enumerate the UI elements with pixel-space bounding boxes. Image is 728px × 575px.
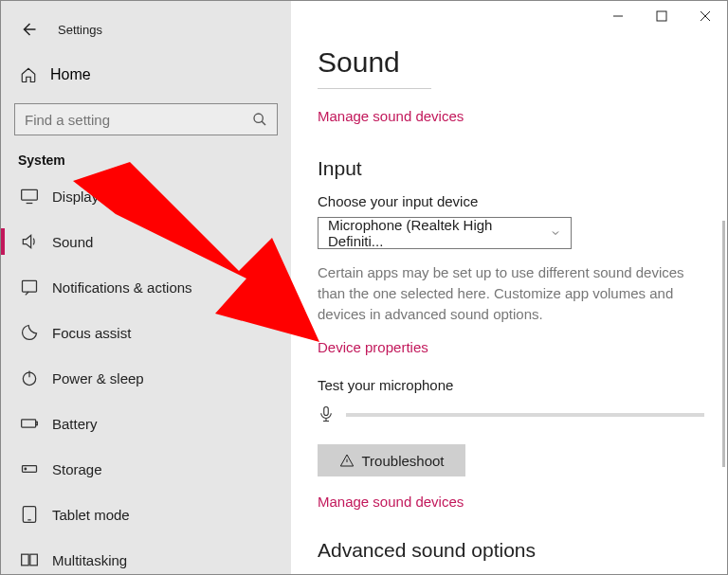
nav-list: Display Sound Notifications & actions Fo… [1, 173, 291, 575]
back-row: Settings [1, 12, 291, 46]
search-box[interactable] [14, 103, 278, 135]
svg-rect-4 [22, 420, 36, 427]
settings-window: Settings Home System Display Sound [0, 0, 728, 575]
advanced-section-heading: Advanced sound options [318, 539, 704, 562]
svg-point-7 [25, 468, 27, 470]
minimize-button[interactable] [596, 1, 640, 31]
nav-label: Multitasking [52, 552, 127, 568]
svg-rect-2 [23, 280, 37, 292]
svg-rect-9 [22, 554, 29, 566]
display-icon [20, 187, 39, 206]
storage-icon [20, 459, 39, 478]
sidebar-item-multitasking[interactable]: Multitasking [1, 537, 291, 575]
mic-level-row [318, 403, 704, 427]
input-hint-text: Certain apps may be set up to use differ… [318, 262, 704, 324]
sidebar-item-home[interactable]: Home [1, 58, 291, 92]
nav-label: Power & sleep [52, 370, 144, 386]
nav-label: Focus assist [52, 325, 131, 341]
device-properties-link[interactable]: Device properties [318, 339, 428, 355]
back-icon[interactable] [20, 21, 37, 38]
tablet-icon [20, 505, 39, 524]
window-controls [596, 1, 727, 31]
sidebar-item-focus-assist[interactable]: Focus assist [1, 310, 291, 355]
nav-label: Notifications & actions [52, 279, 192, 296]
svg-point-0 [254, 114, 263, 122]
home-label: Home [50, 66, 91, 83]
content-pane: Sound Manage sound devices Input Choose … [291, 1, 727, 574]
nav-label: Sound [52, 234, 93, 250]
page-title: Sound [318, 46, 704, 79]
input-device-dropdown[interactable]: Microphone (Realtek High Definiti... [318, 217, 572, 249]
warning-icon [339, 453, 355, 468]
input-section-heading: Input [318, 157, 704, 180]
home-icon [20, 66, 37, 83]
svg-rect-13 [324, 407, 329, 416]
manage-sound-devices-link[interactable]: Manage sound devices [318, 108, 464, 124]
nav-label: Display [52, 189, 99, 205]
choose-input-label: Choose your input device [318, 193, 704, 209]
battery-icon [20, 414, 39, 433]
test-mic-label: Test your microphone [318, 377, 704, 393]
maximize-button[interactable] [640, 1, 683, 31]
svg-rect-1 [22, 189, 38, 200]
close-button[interactable] [683, 1, 727, 31]
sound-icon [20, 232, 39, 251]
multitasking-icon [20, 550, 39, 569]
sidebar-group-label: System [18, 153, 291, 168]
sidebar-item-power-sleep[interactable]: Power & sleep [1, 355, 291, 401]
nav-label: Storage [52, 461, 102, 477]
search-input[interactable] [25, 112, 252, 128]
search-icon [252, 112, 267, 127]
power-icon [20, 368, 39, 387]
settings-label: Settings [58, 23, 102, 37]
sidebar-item-tablet-mode[interactable]: Tablet mode [1, 492, 291, 537]
svg-rect-10 [30, 554, 38, 566]
dropdown-value: Microphone (Realtek High Definiti... [328, 217, 550, 249]
focus-assist-icon [20, 323, 39, 342]
sidebar-item-sound[interactable]: Sound [1, 219, 291, 264]
mic-level-bar [346, 413, 704, 417]
sidebar-item-battery[interactable]: Battery [1, 401, 291, 446]
title-underline [318, 88, 431, 89]
nav-label: Battery [52, 416, 98, 432]
sidebar: Settings Home System Display Sound [1, 1, 291, 574]
troubleshoot-button[interactable]: Troubleshoot [318, 444, 465, 476]
scrollbar[interactable] [722, 221, 725, 467]
sidebar-item-notifications[interactable]: Notifications & actions [1, 264, 291, 310]
notifications-icon [20, 278, 39, 296]
svg-rect-5 [36, 422, 38, 424]
troubleshoot-label: Troubleshoot [362, 453, 445, 469]
nav-label: Tablet mode [52, 507, 130, 523]
microphone-icon [318, 403, 337, 427]
chevron-down-icon [550, 227, 561, 239]
manage-sound-devices-link-2[interactable]: Manage sound devices [318, 494, 464, 510]
sidebar-item-display[interactable]: Display [1, 173, 291, 219]
svg-rect-12 [657, 11, 666, 21]
sidebar-item-storage[interactable]: Storage [1, 446, 291, 492]
